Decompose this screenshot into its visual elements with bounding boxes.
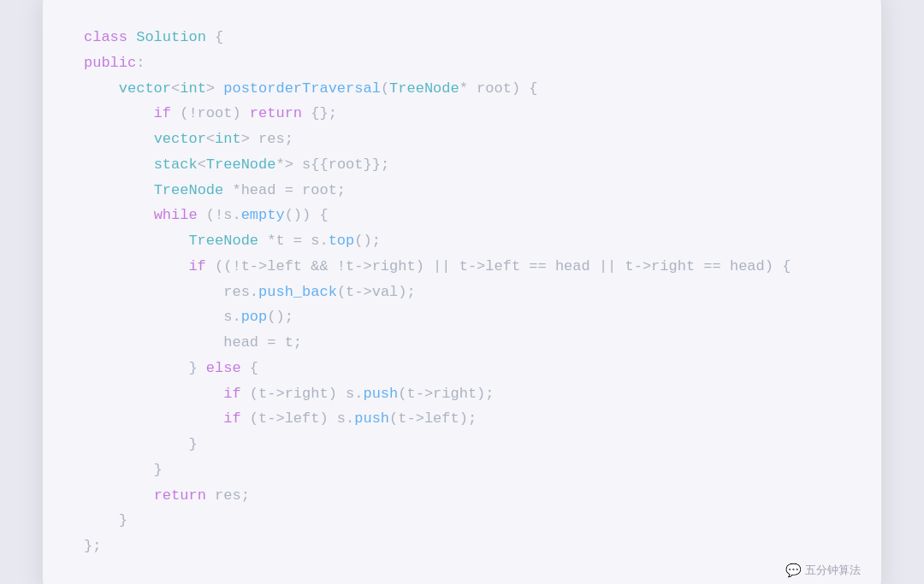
code-line: return res; bbox=[84, 483, 840, 509]
watermark-text: 五分钟算法 bbox=[805, 563, 861, 578]
code-line: head = t; bbox=[84, 330, 840, 356]
code-line: TreeNode *t = s.top(); bbox=[84, 228, 840, 254]
code-line: vector<int> res; bbox=[84, 127, 840, 152]
code-line: s.pop(); bbox=[84, 304, 840, 330]
code-line: if (t->right) s.push(t->right); bbox=[84, 381, 840, 407]
code-line: if (!root) return {}; bbox=[84, 101, 840, 127]
code-block: class Solution {public: vector<int> post… bbox=[84, 25, 840, 559]
code-line: if ((!t->left && !t->right) || t->left =… bbox=[84, 254, 840, 280]
code-line: stack<TreeNode*> s{{root}}; bbox=[84, 152, 840, 178]
code-line: }; bbox=[84, 534, 840, 559]
code-line: } bbox=[84, 432, 840, 457]
code-line: vector<int> postorderTraversal(TreeNode*… bbox=[84, 76, 840, 102]
code-container: class Solution {public: vector<int> post… bbox=[43, 0, 881, 584]
watermark: 💬 五分钟算法 bbox=[785, 563, 861, 578]
code-line: } bbox=[84, 457, 840, 483]
code-line: while (!s.empty()) { bbox=[84, 203, 840, 228]
code-line: class Solution { bbox=[84, 25, 840, 50]
code-line: } else { bbox=[84, 356, 840, 381]
code-line: } bbox=[84, 508, 840, 534]
code-line: public: bbox=[84, 50, 840, 76]
code-line: if (t->left) s.push(t->left); bbox=[84, 406, 840, 432]
code-line: res.push_back(t->val); bbox=[84, 280, 840, 305]
wechat-icon: 💬 bbox=[785, 563, 802, 578]
code-line: TreeNode *head = root; bbox=[84, 178, 840, 204]
